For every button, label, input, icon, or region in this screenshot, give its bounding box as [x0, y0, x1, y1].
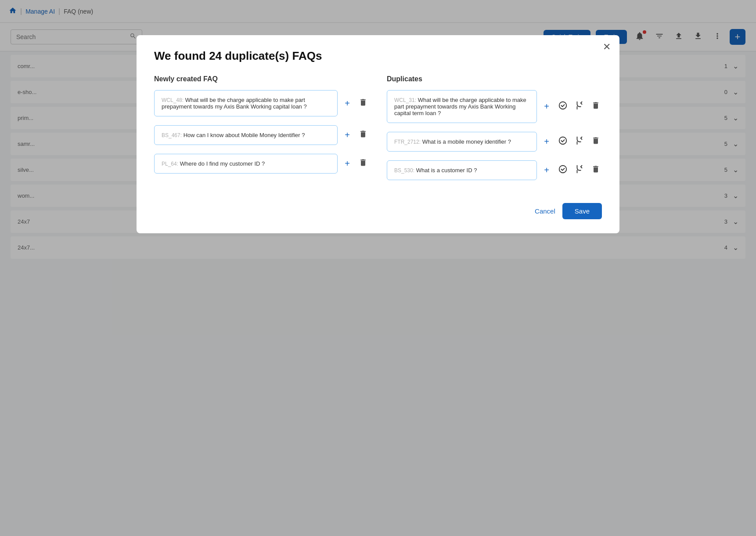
- new-faq-delete-button-1[interactable]: [357, 96, 369, 111]
- dup-approve-button-1[interactable]: [556, 99, 569, 114]
- save-button[interactable]: Save: [562, 203, 602, 219]
- plus-icon: +: [345, 98, 350, 109]
- new-faq-id-2: BS_467:: [162, 132, 182, 138]
- dup-faq-col-header: Duplicates: [387, 75, 602, 83]
- dup-actions-3: [556, 163, 602, 178]
- dup-faq-column: Duplicates WCL_31: What will be the char…: [387, 75, 602, 189]
- new-faq-row-3: PL_64: Where do I find my customer ID ? …: [154, 154, 369, 174]
- trash-icon: [359, 130, 367, 141]
- dup-faq-row-1: WCL_31: What will be the charge applicab…: [387, 90, 602, 123]
- dup-faq-id-3: BS_530:: [394, 167, 414, 174]
- dup-faq-card-2: FTR_2712: What is a mobile money identif…: [387, 132, 537, 152]
- dup-faq-text-2: What is a mobile money identifier ?: [422, 138, 511, 145]
- dup-faq-id-1: WCL_31:: [394, 97, 416, 103]
- new-faq-add-button-3[interactable]: +: [343, 157, 352, 170]
- dup-faq-add-button-3[interactable]: +: [542, 163, 551, 177]
- new-faq-card-3: PL_64: Where do I find my customer ID ?: [154, 154, 338, 174]
- dup-faq-add-button-2[interactable]: +: [542, 135, 551, 148]
- dup-delete-button-3[interactable]: [590, 163, 602, 177]
- trash-icon: [359, 158, 367, 169]
- dup-faq-card-3: BS_530: What is a customer ID ?: [387, 160, 537, 180]
- svg-point-0: [559, 102, 567, 109]
- new-faq-text-3: Where do I find my customer ID ?: [180, 160, 265, 167]
- modal-footer: Cancel Save: [154, 203, 602, 219]
- new-faq-row-2: BS_467: How can I know about Mobile Mone…: [154, 125, 369, 145]
- trash-icon: [591, 101, 600, 112]
- dup-merge-button-1[interactable]: [573, 99, 586, 114]
- new-faq-col-header: Newly created FAQ: [154, 75, 369, 83]
- merge-icon: [575, 101, 584, 112]
- merge-icon: [575, 136, 584, 148]
- svg-point-2: [559, 166, 567, 173]
- plus-icon: +: [544, 101, 549, 112]
- dup-faq-row-3: BS_530: What is a customer ID ? +: [387, 160, 602, 180]
- new-faq-add-button-2[interactable]: +: [343, 128, 352, 142]
- dup-approve-button-2[interactable]: [556, 134, 569, 149]
- new-faq-row-1: WCL_48: What will be the charge applicab…: [154, 90, 369, 116]
- dup-actions-2: [556, 134, 602, 149]
- dup-faq-id-2: FTR_2712:: [394, 139, 421, 145]
- dup-faq-add-button-1[interactable]: +: [542, 100, 551, 113]
- dup-delete-button-2[interactable]: [590, 134, 602, 149]
- modal-columns: Newly created FAQ WCL_48: What will be t…: [154, 75, 602, 189]
- new-faq-add-button-1[interactable]: +: [343, 97, 352, 110]
- new-faq-column: Newly created FAQ WCL_48: What will be t…: [154, 75, 369, 189]
- plus-icon: +: [345, 159, 350, 169]
- new-faq-id-3: PL_64:: [162, 161, 178, 167]
- new-faq-id-1: WCL_48:: [162, 97, 184, 103]
- new-faq-delete-button-3[interactable]: [357, 156, 369, 171]
- dup-actions-1: [556, 99, 602, 114]
- plus-icon: +: [345, 130, 350, 140]
- trash-icon: [591, 136, 600, 147]
- plus-icon: +: [544, 165, 549, 175]
- svg-point-1: [559, 137, 567, 145]
- modal-close-button[interactable]: ✕: [603, 42, 611, 52]
- dup-faq-text-3: What is a customer ID ?: [416, 167, 477, 174]
- dup-merge-button-2[interactable]: [573, 134, 586, 149]
- dup-approve-button-3[interactable]: [556, 163, 569, 178]
- dup-delete-button-1[interactable]: [590, 99, 602, 114]
- trash-icon: [591, 165, 600, 176]
- new-faq-text-1: What will be the charge applicable to ma…: [162, 97, 307, 110]
- modal-overlay: ✕ We found 24 duplicate(s) FAQs Newly cr…: [0, 0, 756, 536]
- dup-faq-row-2: FTR_2712: What is a mobile money identif…: [387, 132, 602, 152]
- duplicate-faq-modal: ✕ We found 24 duplicate(s) FAQs Newly cr…: [137, 35, 619, 233]
- new-faq-card-1: WCL_48: What will be the charge applicab…: [154, 90, 338, 116]
- dup-merge-button-3[interactable]: [573, 163, 586, 178]
- new-faq-text-2: How can I know about Mobile Money Identi…: [184, 132, 305, 138]
- check-circle-icon: [558, 136, 568, 148]
- dup-faq-card-1: WCL_31: What will be the charge applicab…: [387, 90, 537, 123]
- new-faq-delete-button-2[interactable]: [357, 128, 369, 142]
- modal-title: We found 24 duplicate(s) FAQs: [154, 49, 602, 63]
- merge-icon: [575, 164, 584, 176]
- check-circle-icon: [558, 164, 568, 176]
- cancel-button[interactable]: Cancel: [535, 207, 555, 215]
- check-circle-icon: [558, 101, 568, 112]
- trash-icon: [359, 98, 367, 109]
- new-faq-card-2: BS_467: How can I know about Mobile Mone…: [154, 125, 338, 145]
- plus-icon: +: [544, 137, 549, 147]
